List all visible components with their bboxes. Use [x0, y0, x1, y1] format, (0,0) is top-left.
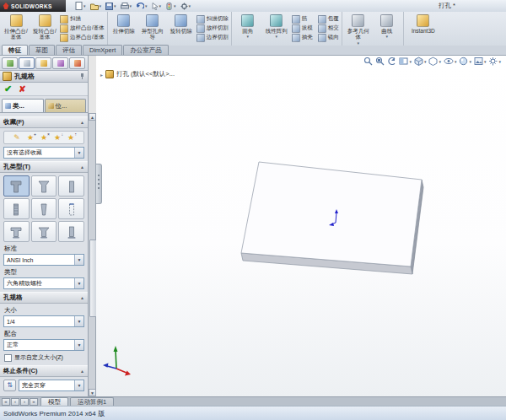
load-favorite-icon[interactable]: ★↑ [65, 132, 77, 143]
draft-button[interactable]: 拔模 [292, 24, 313, 32]
view-orientation-icon[interactable]: ▾ [414, 57, 427, 66]
ok-button[interactable]: ✔ [4, 84, 12, 94]
tab-hole-type[interactable]: 类... [2, 99, 44, 112]
cancel-button[interactable]: ✘ [19, 85, 25, 94]
shell-button[interactable]: 抽壳 [292, 34, 313, 41]
part-model[interactable] [241, 162, 423, 274]
fit-dropdown[interactable]: 正常 ▼ [3, 339, 84, 351]
hole-type-countersink[interactable] [31, 175, 57, 197]
configurationmanager-tab[interactable] [35, 57, 51, 69]
apply-defaults-icon[interactable]: ✎ [11, 132, 23, 143]
reference-geometry-icon [352, 14, 364, 27]
size-dropdown[interactable]: 1/4 ▼ [3, 315, 84, 327]
displaymanager-icon [74, 60, 81, 67]
zoom-to-fit-icon[interactable] [363, 57, 373, 66]
edit-appearance-icon[interactable]: ▾ [459, 57, 471, 66]
scroll-down-icon[interactable]: ▼ [89, 389, 96, 396]
zoom-to-area-icon[interactable] [375, 57, 385, 66]
panel-splitter-handle[interactable] [96, 164, 102, 204]
wrap-button[interactable]: 包覆 [318, 15, 339, 23]
hole-type-slot[interactable] [58, 221, 84, 242]
reverse-direction-icon[interactable]: ⇅ [3, 380, 16, 391]
print-icon[interactable]: ▾ [120, 3, 133, 10]
model-tab[interactable]: 模型 [40, 397, 68, 407]
tab-office-products[interactable]: 办公室产品 [123, 45, 169, 55]
featuremanager-flyout-header[interactable]: ▸ 打孔 (默认<<默认>... [100, 70, 175, 78]
select-icon[interactable]: ▾ [151, 3, 163, 10]
tab-dimxpert[interactable]: DimXpert [83, 45, 122, 55]
lofted-cut-button[interactable]: 放样切割 [196, 24, 229, 32]
first-tab-icon[interactable]: « [2, 398, 10, 406]
next-tab-icon[interactable]: › [20, 398, 29, 406]
hole-type-countersink-slot[interactable] [31, 221, 57, 242]
last-tab-icon[interactable]: » [30, 398, 38, 406]
intersect-button[interactable]: 相交 [318, 24, 339, 32]
boundary-boss-button[interactable]: 边界凸台/基体 [60, 34, 105, 41]
save-favorite-icon[interactable]: ★↓ [51, 132, 63, 143]
rib-button[interactable]: 筋 [292, 15, 313, 23]
pushpin-icon[interactable] [79, 73, 85, 79]
mirror-button[interactable]: 镜向 [318, 34, 339, 41]
standard-dropdown[interactable]: ANSI Inch ▼ [3, 254, 84, 266]
tab-sketch[interactable]: 草图 [29, 45, 55, 55]
tab-evaluate[interactable]: 评估 [56, 45, 82, 55]
tab-hole-positions[interactable]: 位... [45, 99, 87, 112]
prev-tab-icon[interactable]: ‹ [11, 398, 19, 406]
previous-view-icon[interactable] [387, 57, 396, 66]
collapse-chevron-icon: ▲ [80, 295, 84, 300]
scroll-up-icon[interactable]: ▲ [89, 113, 96, 121]
dimxpertmanager-tab[interactable] [52, 57, 68, 69]
hole-type-section-header[interactable]: 孔类型(T) ▲ [0, 161, 88, 173]
tab-features[interactable]: 特征 [2, 45, 28, 55]
hole-type-counterbore[interactable] [3, 175, 30, 197]
view-settings-icon[interactable]: ▾ [488, 57, 501, 66]
save-icon[interactable]: ▾ [105, 3, 117, 10]
hole-type-legacy[interactable] [58, 198, 84, 219]
display-style-icon[interactable]: ▾ [428, 57, 441, 66]
favorites-section-header[interactable]: 收藏(F) ▲ [0, 116, 88, 128]
panel-scrollbar[interactable]: ▲ ▼ [89, 113, 96, 396]
reference-geometry-button[interactable]: 参考几何体 ▾ [345, 13, 372, 46]
revolved-cut-button[interactable]: 旋转切除 [168, 13, 195, 34]
swept-cut-button[interactable]: 扫描切除 [196, 15, 229, 23]
fillet-button[interactable]: 圆角 ▾ [234, 13, 261, 39]
rebuild-icon[interactable]: ▾ [164, 3, 177, 10]
hole-wizard-button[interactable]: 异型孔向导 [139, 13, 166, 40]
hole-spec-section-header[interactable]: 孔规格 ▲ [0, 292, 88, 304]
motion-study-tab[interactable]: 运动算例1 [70, 397, 114, 407]
end-condition-dropdown[interactable]: 完全贯穿 ▼ [19, 380, 84, 391]
fastener-type-dropdown[interactable]: 六角精致螺栓 ▼ [3, 277, 84, 289]
linear-pattern-button[interactable]: 线性阵列 ▾ [263, 13, 290, 39]
ribbon-group-reference: 参考几何体 ▾ 曲线 ▾ [342, 12, 404, 46]
favorites-dropdown[interactable]: 没有选择收藏 ▼ [3, 147, 84, 159]
hole-type-grid [3, 175, 84, 242]
curves-button[interactable]: 曲线 ▾ [374, 13, 401, 39]
instant3d-button[interactable]: Instant3D [406, 13, 440, 34]
extruded-cut-button[interactable]: 拉伸切除 [110, 13, 137, 34]
extrude-boss-button[interactable]: 拉伸凸台/基体 [3, 13, 30, 40]
undo-icon[interactable]: ▾ [135, 3, 148, 10]
hole-type-tapered-tap[interactable] [31, 198, 57, 219]
end-condition-section-header[interactable]: 终止条件(C) ▲ [0, 365, 88, 377]
delete-favorite-icon[interactable]: ★× [38, 132, 50, 143]
displaymanager-tab[interactable] [69, 57, 85, 69]
options-icon[interactable]: ▾ [180, 3, 192, 10]
collapse-chevron-icon: ▲ [80, 164, 84, 170]
boundary-cut-button[interactable]: 边界切割 [196, 34, 229, 41]
revolve-boss-button[interactable]: 旋转凸台/基体 [31, 13, 58, 40]
section-view-icon[interactable]: ▾ [399, 57, 412, 66]
graphics-viewport[interactable]: ▸ 打孔 (默认<<默认>... ▾ ▾ ▾ ▾ ▾ ▾ ▾ [96, 56, 506, 396]
apply-scene-icon[interactable]: ▾ [474, 57, 487, 66]
hide-show-items-icon[interactable]: ▾ [444, 57, 457, 66]
swept-boss-button[interactable]: 扫描 [60, 15, 105, 23]
new-icon[interactable]: ▾ [74, 2, 87, 10]
hole-type-counterbore-slot[interactable] [3, 221, 30, 242]
hole-type-hole[interactable] [58, 175, 84, 197]
show-custom-sizing-checkbox[interactable] [4, 354, 12, 362]
featuremanager-tree-tab[interactable] [2, 57, 18, 69]
add-favorite-icon[interactable]: ★+ [24, 132, 36, 143]
open-icon[interactable]: ▾ [89, 3, 103, 10]
lofted-boss-button[interactable]: 放样凸台/基体 [60, 24, 105, 32]
propertymanager-tab[interactable] [19, 57, 35, 69]
hole-type-straight-tap[interactable] [3, 198, 30, 219]
